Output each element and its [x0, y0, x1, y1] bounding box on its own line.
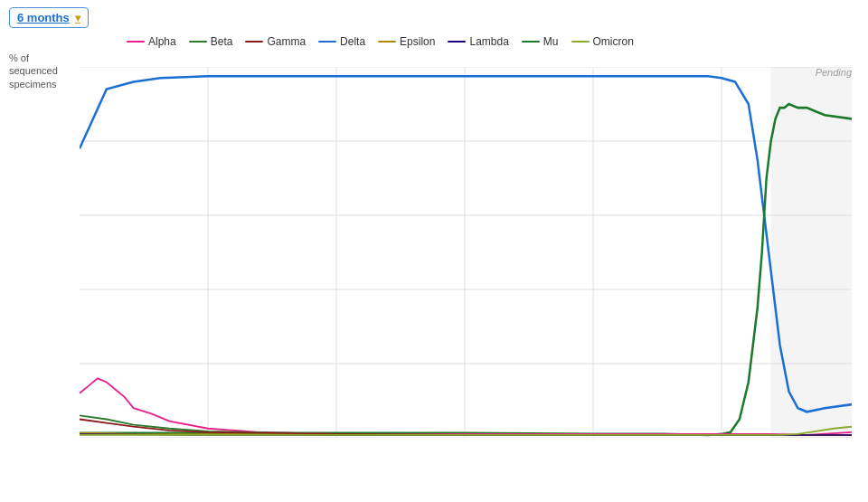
- legend-color-epsilon: [378, 41, 396, 43]
- legend-item-mu: Mu: [522, 35, 559, 48]
- legend-item-omicron: Omicron: [571, 35, 634, 48]
- legend-color-omicron: [571, 41, 590, 43]
- y-axis-label: % of sequencedspecimens: [9, 52, 77, 90]
- legend-color-alpha: [127, 41, 145, 43]
- chart-area: AlphaBetaGammaDeltaEpsilonLambdaMuOmicro…: [9, 35, 859, 460]
- top-controls: 6 months ▾: [9, 7, 859, 28]
- mu-line: [80, 104, 852, 435]
- legend-item-delta: Delta: [318, 35, 365, 48]
- legend-label-beta: Beta: [211, 35, 233, 48]
- legend-color-delta: [318, 41, 336, 43]
- legend-label-delta: Delta: [340, 35, 365, 48]
- alpha-line: [80, 378, 852, 435]
- svg-rect-0: [771, 67, 852, 438]
- graph-wrapper: Pending 100% 80% 60% 40% 20% 0%: [80, 67, 852, 438]
- chart-legend: AlphaBetaGammaDeltaEpsilonLambdaMuOmicro…: [127, 35, 859, 48]
- legend-item-gamma: Gamma: [245, 35, 306, 48]
- time-selector-dropdown[interactable]: 6 months ▾: [9, 7, 89, 28]
- legend-label-lambda: Lambda: [469, 35, 508, 48]
- legend-color-mu: [522, 41, 540, 43]
- legend-label-gamma: Gamma: [267, 35, 306, 48]
- legend-label-omicron: Omicron: [593, 35, 634, 48]
- delta-line: [80, 76, 852, 412]
- legend-item-alpha: Alpha: [127, 35, 176, 48]
- main-container: 6 months ▾ AlphaBetaGammaDeltaEpsilonLam…: [0, 0, 868, 502]
- legend-color-beta: [189, 41, 207, 43]
- legend-item-beta: Beta: [189, 35, 233, 48]
- legend-label-epsilon: Epsilon: [400, 35, 435, 48]
- chevron-down-icon: ▾: [75, 12, 80, 24]
- legend-label-mu: Mu: [543, 35, 559, 48]
- legend-item-lambda: Lambda: [448, 35, 508, 48]
- legend-color-lambda: [448, 41, 466, 43]
- legend-item-epsilon: Epsilon: [378, 35, 435, 48]
- legend-color-gamma: [245, 41, 263, 43]
- time-selector-label: 6 months: [17, 11, 70, 24]
- chart-svg: 100% 80% 60% 40% 20% 0%: [80, 67, 852, 438]
- legend-label-alpha: Alpha: [148, 35, 176, 48]
- pending-label: Pending: [816, 67, 852, 78]
